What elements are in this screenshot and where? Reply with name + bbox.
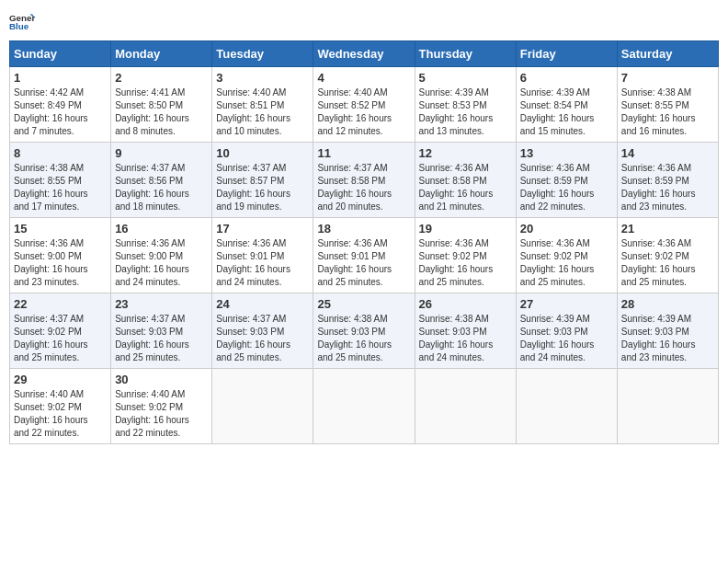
calendar-cell: 13Sunrise: 4:36 AMSunset: 8:59 PMDayligh… bbox=[516, 143, 617, 218]
calendar-cell: 10Sunrise: 4:37 AMSunset: 8:57 PMDayligh… bbox=[212, 143, 313, 218]
day-number: 8 bbox=[14, 146, 107, 160]
day-number: 5 bbox=[419, 71, 512, 85]
day-number: 17 bbox=[216, 222, 309, 236]
column-header-thursday: Thursday bbox=[415, 41, 516, 67]
calendar-week-row: 1Sunrise: 4:42 AMSunset: 8:49 PMDaylight… bbox=[10, 67, 719, 143]
day-info: Sunrise: 4:36 AMSunset: 9:01 PMDaylight:… bbox=[216, 237, 309, 289]
calendar-cell: 4Sunrise: 4:40 AMSunset: 8:52 PMDaylight… bbox=[313, 67, 415, 143]
day-info: Sunrise: 4:37 AMSunset: 9:03 PMDaylight:… bbox=[115, 313, 208, 364]
calendar-cell: 17Sunrise: 4:36 AMSunset: 9:01 PMDayligh… bbox=[212, 218, 313, 293]
calendar-table: SundayMondayTuesdayWednesdayThursdayFrid… bbox=[9, 40, 719, 444]
day-info: Sunrise: 4:36 AMSunset: 8:59 PMDaylight:… bbox=[621, 162, 714, 213]
logo-icon: General Blue bbox=[9, 9, 35, 35]
day-info: Sunrise: 4:37 AMSunset: 8:57 PMDaylight:… bbox=[216, 162, 309, 213]
calendar-cell: 3Sunrise: 4:40 AMSunset: 8:51 PMDaylight… bbox=[212, 67, 313, 143]
day-number: 13 bbox=[520, 146, 613, 160]
logo: General Blue bbox=[9, 9, 35, 35]
day-info: Sunrise: 4:39 AMSunset: 8:54 PMDaylight:… bbox=[520, 86, 613, 138]
day-number: 29 bbox=[14, 373, 107, 386]
column-header-tuesday: Tuesday bbox=[212, 41, 313, 67]
day-number: 14 bbox=[621, 146, 714, 160]
calendar-cell: 21Sunrise: 4:36 AMSunset: 9:02 PMDayligh… bbox=[617, 218, 718, 293]
calendar-cell: 25Sunrise: 4:38 AMSunset: 9:03 PMDayligh… bbox=[313, 293, 415, 369]
calendar-cell: 11Sunrise: 4:37 AMSunset: 8:58 PMDayligh… bbox=[313, 143, 415, 218]
calendar-cell: 27Sunrise: 4:39 AMSunset: 9:03 PMDayligh… bbox=[516, 293, 617, 369]
day-info: Sunrise: 4:36 AMSunset: 9:01 PMDaylight:… bbox=[317, 237, 410, 289]
day-number: 15 bbox=[14, 222, 107, 236]
calendar-week-row: 29Sunrise: 4:40 AMSunset: 9:02 PMDayligh… bbox=[10, 369, 719, 444]
day-info: Sunrise: 4:38 AMSunset: 9:03 PMDaylight:… bbox=[317, 313, 410, 364]
day-number: 26 bbox=[419, 297, 512, 311]
day-info: Sunrise: 4:38 AMSunset: 9:03 PMDaylight:… bbox=[419, 313, 512, 364]
day-info: Sunrise: 4:40 AMSunset: 8:51 PMDaylight:… bbox=[216, 86, 309, 138]
column-header-sunday: Sunday bbox=[10, 41, 111, 67]
day-info: Sunrise: 4:37 AMSunset: 8:58 PMDaylight:… bbox=[317, 162, 410, 213]
calendar-cell: 16Sunrise: 4:36 AMSunset: 9:00 PMDayligh… bbox=[111, 218, 212, 293]
calendar-cell: 20Sunrise: 4:36 AMSunset: 9:02 PMDayligh… bbox=[516, 218, 617, 293]
calendar-cell bbox=[617, 369, 718, 444]
calendar-cell bbox=[516, 369, 617, 444]
calendar-cell: 7Sunrise: 4:38 AMSunset: 8:55 PMDaylight… bbox=[617, 67, 718, 143]
column-header-monday: Monday bbox=[111, 41, 212, 67]
column-header-wednesday: Wednesday bbox=[313, 41, 415, 67]
day-number: 18 bbox=[317, 222, 410, 236]
calendar-cell: 14Sunrise: 4:36 AMSunset: 8:59 PMDayligh… bbox=[617, 143, 718, 218]
day-info: Sunrise: 4:36 AMSunset: 8:58 PMDaylight:… bbox=[419, 162, 512, 213]
column-header-saturday: Saturday bbox=[617, 41, 718, 67]
calendar-week-row: 22Sunrise: 4:37 AMSunset: 9:02 PMDayligh… bbox=[10, 293, 719, 369]
calendar-cell: 23Sunrise: 4:37 AMSunset: 9:03 PMDayligh… bbox=[111, 293, 212, 369]
calendar-week-row: 15Sunrise: 4:36 AMSunset: 9:00 PMDayligh… bbox=[10, 218, 719, 293]
calendar-cell: 5Sunrise: 4:39 AMSunset: 8:53 PMDaylight… bbox=[415, 67, 516, 143]
day-info: Sunrise: 4:38 AMSunset: 8:55 PMDaylight:… bbox=[621, 86, 714, 138]
day-info: Sunrise: 4:40 AMSunset: 8:52 PMDaylight:… bbox=[317, 86, 410, 138]
calendar-cell: 1Sunrise: 4:42 AMSunset: 8:49 PMDaylight… bbox=[10, 67, 111, 143]
svg-text:Blue: Blue bbox=[9, 21, 29, 31]
calendar-cell: 8Sunrise: 4:38 AMSunset: 8:55 PMDaylight… bbox=[10, 143, 111, 218]
day-number: 10 bbox=[216, 146, 309, 160]
day-info: Sunrise: 4:42 AMSunset: 8:49 PMDaylight:… bbox=[14, 86, 107, 138]
day-number: 2 bbox=[115, 71, 208, 85]
day-number: 7 bbox=[621, 71, 714, 85]
calendar-cell: 9Sunrise: 4:37 AMSunset: 8:56 PMDaylight… bbox=[111, 143, 212, 218]
calendar-cell: 30Sunrise: 4:40 AMSunset: 9:02 PMDayligh… bbox=[111, 369, 212, 444]
column-header-friday: Friday bbox=[516, 41, 617, 67]
day-info: Sunrise: 4:36 AMSunset: 9:02 PMDaylight:… bbox=[419, 237, 512, 289]
day-number: 21 bbox=[621, 222, 714, 236]
page-header: General Blue bbox=[9, 9, 719, 35]
calendar-cell: 6Sunrise: 4:39 AMSunset: 8:54 PMDaylight… bbox=[516, 67, 617, 143]
calendar-cell: 29Sunrise: 4:40 AMSunset: 9:02 PMDayligh… bbox=[10, 369, 111, 444]
day-number: 11 bbox=[317, 146, 410, 160]
day-number: 3 bbox=[216, 71, 309, 85]
day-number: 24 bbox=[216, 297, 309, 311]
day-number: 30 bbox=[115, 373, 208, 386]
day-info: Sunrise: 4:37 AMSunset: 9:02 PMDaylight:… bbox=[14, 313, 107, 364]
day-number: 23 bbox=[115, 297, 208, 311]
day-info: Sunrise: 4:39 AMSunset: 9:03 PMDaylight:… bbox=[520, 313, 613, 364]
calendar-cell: 12Sunrise: 4:36 AMSunset: 8:58 PMDayligh… bbox=[415, 143, 516, 218]
calendar-cell: 26Sunrise: 4:38 AMSunset: 9:03 PMDayligh… bbox=[415, 293, 516, 369]
day-number: 25 bbox=[317, 297, 410, 311]
calendar-cell bbox=[212, 369, 313, 444]
day-info: Sunrise: 4:39 AMSunset: 8:53 PMDaylight:… bbox=[419, 86, 512, 138]
calendar-header-row: SundayMondayTuesdayWednesdayThursdayFrid… bbox=[10, 41, 719, 67]
day-info: Sunrise: 4:37 AMSunset: 8:56 PMDaylight:… bbox=[115, 162, 208, 213]
calendar-cell: 18Sunrise: 4:36 AMSunset: 9:01 PMDayligh… bbox=[313, 218, 415, 293]
day-number: 1 bbox=[14, 71, 107, 85]
day-number: 19 bbox=[419, 222, 512, 236]
calendar-week-row: 8Sunrise: 4:38 AMSunset: 8:55 PMDaylight… bbox=[10, 143, 719, 218]
day-info: Sunrise: 4:40 AMSunset: 9:02 PMDaylight:… bbox=[115, 388, 208, 440]
day-number: 28 bbox=[621, 297, 714, 311]
calendar-cell: 22Sunrise: 4:37 AMSunset: 9:02 PMDayligh… bbox=[10, 293, 111, 369]
day-number: 16 bbox=[115, 222, 208, 236]
calendar-cell: 2Sunrise: 4:41 AMSunset: 8:50 PMDaylight… bbox=[111, 67, 212, 143]
calendar-cell: 28Sunrise: 4:39 AMSunset: 9:03 PMDayligh… bbox=[617, 293, 718, 369]
day-info: Sunrise: 4:36 AMSunset: 9:02 PMDaylight:… bbox=[520, 237, 613, 289]
day-info: Sunrise: 4:36 AMSunset: 9:00 PMDaylight:… bbox=[115, 237, 208, 289]
day-number: 20 bbox=[520, 222, 613, 236]
day-number: 6 bbox=[520, 71, 613, 85]
day-info: Sunrise: 4:36 AMSunset: 9:02 PMDaylight:… bbox=[621, 237, 714, 289]
calendar-cell: 19Sunrise: 4:36 AMSunset: 9:02 PMDayligh… bbox=[415, 218, 516, 293]
day-number: 9 bbox=[115, 146, 208, 160]
day-number: 27 bbox=[520, 297, 613, 311]
day-number: 12 bbox=[419, 146, 512, 160]
